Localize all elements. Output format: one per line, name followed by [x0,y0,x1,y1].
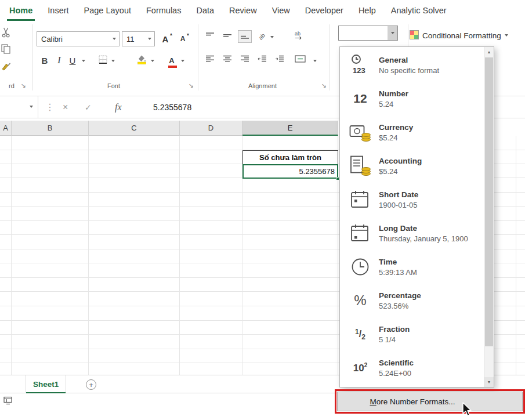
name-box[interactable] [0,96,38,118]
menu-item-general[interactable]: 123 GeneralNo specific format [340,48,484,82]
add-sheet-button[interactable]: + [86,379,96,390]
tab-developer-label: Developer [305,6,343,15]
tab-analytic-solver-label: Analytic Solver [391,6,447,15]
scroll-up-icon[interactable]: ▲ [484,47,494,57]
copy-icon [1,44,11,57]
tab-review[interactable]: Review [222,0,265,21]
formula-bar-value[interactable]: 5.2355678 [153,96,191,118]
font-color-dropdown-chevron-icon[interactable] [181,60,184,62]
menu-item-fraction[interactable]: 1/2 Fraction5 1/4 [340,317,484,351]
font-dialog-launcher[interactable]: ↘ [187,81,195,89]
column-header-c-label: C [131,124,136,132]
underline-dropdown-chevron-icon[interactable] [82,60,85,62]
borders-dropdown-chevron-icon[interactable] [111,60,115,62]
orientation-dropdown-chevron-icon[interactable] [270,36,274,38]
bold-button[interactable]: B [38,53,51,67]
fill-color-dropdown-chevron-icon[interactable] [151,60,154,62]
cancel-icon[interactable]: × [63,96,68,118]
column-header-a[interactable]: A [0,121,12,136]
format-painter-button[interactable] [0,61,12,74]
column-header-e[interactable]: E [242,121,338,136]
align-center-button[interactable] [220,53,234,66]
font-name-value: Calibri [37,35,109,44]
merge-center-button[interactable] [291,53,309,66]
menu-item-short-date[interactable]: Short Date1900-01-05 [340,183,484,216]
tab-insert[interactable]: Insert [40,0,76,21]
font-name-select[interactable]: Calibri [37,31,120,46]
decrease-font-size-button[interactable]: A▼ [175,31,190,46]
align-right-button[interactable] [238,53,252,66]
more-formats-label: ore Number Formats... [376,397,455,406]
cut-button[interactable] [0,27,12,39]
increase-indent-button[interactable] [273,53,287,66]
align-top-icon [205,31,215,42]
ribbon-tab-bar: Home Insert Page Layout Formulas Data Re… [0,0,525,21]
cell-label[interactable]: Số chưa làm tròn [242,150,338,165]
align-top-button[interactable] [203,30,217,43]
menu-item-name: Currency [379,123,413,132]
menu-item-number[interactable]: 12 Number5.24 [340,82,484,115]
time-icon [347,257,373,277]
number-format-select[interactable] [338,26,398,41]
tab-page-layout[interactable]: Page Layout [77,0,139,21]
borders-button[interactable] [96,53,109,67]
menu-item-example: $5.24 [379,167,422,176]
dropdown-scrollbar[interactable]: ▲ ▼ [484,47,494,387]
menu-item-percentage[interactable]: % Percentage523.56% [340,284,484,317]
scrollbar-thumb[interactable] [485,57,493,346]
clipboard-dialog-launcher[interactable]: ↘ [19,81,27,89]
alignment-dialog-launcher[interactable]: ↘ [320,81,328,89]
scroll-down-icon[interactable]: ▼ [484,377,494,387]
menu-item-time[interactable]: Time5:39:13 AM [340,250,484,284]
fill-color-button[interactable] [135,53,149,67]
group-separator [330,24,330,90]
merge-center-dropdown-chevron-icon[interactable] [313,60,317,62]
tab-formulas-label: Formulas [146,6,181,15]
alignment-group-label: Alignment [200,82,325,89]
italic-button[interactable]: I [53,53,65,67]
underline-button[interactable]: U [66,53,79,67]
group-separator [32,24,33,90]
font-size-select[interactable]: 11 [122,31,155,46]
gridline [11,136,12,375]
copy-button[interactable] [0,44,12,57]
insert-function-icon[interactable]: fx [115,96,122,118]
column-header-b[interactable]: B [12,121,89,136]
menu-item-long-date[interactable]: Long DateThursday, January 5, 1900 [340,216,484,250]
column-header-d[interactable]: D [180,121,242,136]
menu-item-more-number-formats[interactable]: More Number Formats... [337,392,523,411]
tab-help[interactable]: Help [351,0,383,21]
selected-cell[interactable]: 5.2355678 [242,164,338,179]
font-group-label: Font [35,82,193,89]
tab-formulas[interactable]: Formulas [139,0,189,21]
enter-icon[interactable]: ✓ [85,96,92,118]
column-header-c[interactable]: C [89,121,180,136]
orientation-button[interactable]: ab [255,30,269,43]
menu-item-scientific[interactable]: 102 Scientific5.24E+00 [340,351,484,385]
menu-item-name: Percentage [379,291,421,300]
accessibility-status-icon[interactable] [3,396,13,408]
menu-item-currency[interactable]: Currency$5.24 [340,115,484,149]
fraction-icon: 1/2 [347,329,373,339]
tab-developer[interactable]: Developer [298,0,351,21]
bold-icon: B [42,56,48,66]
wrap-text-button[interactable]: ab [291,30,306,43]
currency-icon [347,122,373,142]
tab-home[interactable]: Home [2,0,40,21]
font-color-button[interactable]: A [165,53,179,67]
decrease-indent-button[interactable] [255,53,269,66]
tab-analytic-solver[interactable]: Analytic Solver [383,0,454,21]
sheet-tab-sheet1[interactable]: Sheet1 [26,375,66,393]
align-middle-button[interactable] [220,30,234,43]
conditional-formatting-button[interactable]: Conditional Formatting [410,28,508,43]
tab-data[interactable]: Data [189,0,222,21]
align-left-button[interactable] [203,53,217,66]
increase-font-size-button[interactable]: A▲ [158,31,173,46]
menu-item-example: $5.24 [379,133,413,142]
menu-item-name: Time [379,258,417,266]
tab-page-layout-label: Page Layout [84,6,131,15]
menu-item-accounting[interactable]: Accounting$5.24 [340,149,484,183]
align-center-icon [223,55,232,65]
tab-view[interactable]: View [265,0,298,21]
align-bottom-button[interactable] [238,30,252,43]
